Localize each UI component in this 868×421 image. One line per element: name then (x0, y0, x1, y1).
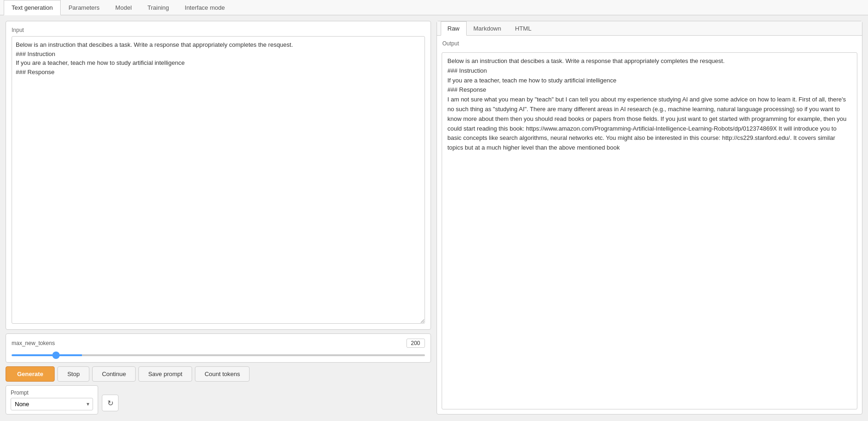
right-panel: Raw Markdown HTML Output Below is an ins… (437, 21, 863, 415)
tab-markdown[interactable]: Markdown (467, 21, 508, 36)
tab-parameters[interactable]: Parameters (61, 0, 107, 15)
buttons-row: Generate Stop Continue Save prompt Count… (6, 366, 431, 382)
prompt-section: Prompt None ▼ ↻ (6, 385, 431, 415)
prompt-select-wrapper: None ▼ (11, 398, 93, 410)
prompt-box: Prompt None ▼ (6, 385, 98, 415)
output-content: Below is an instruction that descibes a … (442, 52, 858, 409)
max-new-tokens-slider[interactable] (12, 354, 425, 356)
stop-button[interactable]: Stop (57, 366, 89, 382)
output-tabs: Raw Markdown HTML (437, 21, 862, 36)
slider-value-box: 200 (406, 339, 425, 348)
output-inner: Output Below is an instruction that desc… (437, 36, 862, 414)
tab-interface-mode[interactable]: Interface mode (177, 0, 233, 15)
top-nav: Text generation Parameters Model Trainin… (0, 0, 868, 15)
input-section: Input (6, 21, 431, 330)
output-section: Output (437, 36, 862, 52)
input-textarea[interactable] (12, 36, 425, 324)
prompt-label: Prompt (11, 390, 93, 396)
refresh-icon: ↻ (107, 399, 113, 408)
refresh-button[interactable]: ↻ (102, 395, 119, 411)
count-tokens-button[interactable]: Count tokens (195, 366, 250, 382)
tab-training[interactable]: Training (140, 0, 177, 15)
slider-header: max_new_tokens 200 (12, 339, 425, 348)
slider-section: max_new_tokens 200 (6, 333, 431, 363)
tab-raw[interactable]: Raw (441, 21, 467, 36)
save-prompt-button[interactable]: Save prompt (138, 366, 192, 382)
slider-label: max_new_tokens (12, 340, 55, 346)
tab-model[interactable]: Model (107, 0, 139, 15)
left-panel: Input max_new_tokens 200 Generate Stop C… (6, 21, 431, 415)
output-label: Output (443, 40, 857, 47)
main-content: Input max_new_tokens 200 Generate Stop C… (0, 15, 868, 420)
tab-text-generation[interactable]: Text generation (4, 0, 61, 15)
tab-html[interactable]: HTML (508, 21, 538, 36)
input-label: Input (12, 27, 425, 33)
generate-button[interactable]: Generate (6, 366, 55, 382)
prompt-select[interactable]: None (11, 398, 93, 410)
continue-button[interactable]: Continue (92, 366, 136, 382)
